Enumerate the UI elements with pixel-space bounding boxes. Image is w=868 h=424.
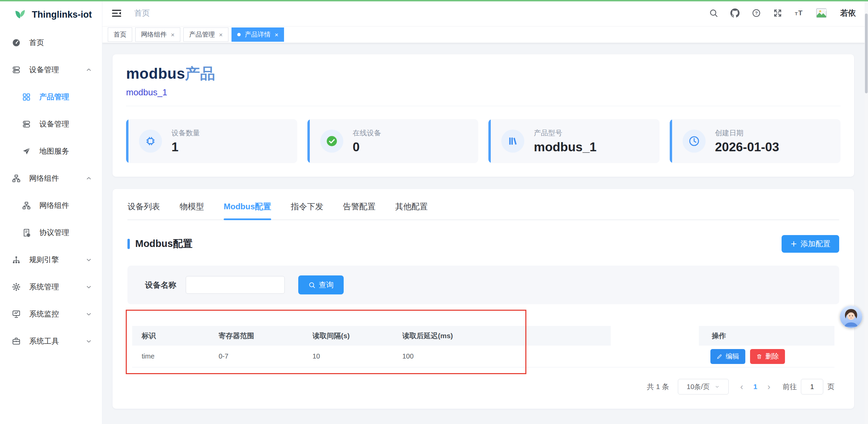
tab-device-list[interactable]: 设备列表 — [127, 201, 160, 219]
main-content: modbus产品 modbus_1 设备数量 1 在线设备 0 — [102, 43, 865, 424]
prev-page-button[interactable]: ‹ — [740, 382, 743, 391]
search-panel: 设备名称 查询 — [127, 266, 839, 304]
section-accent-bar — [127, 239, 130, 249]
device-name-label: 设备名称 — [145, 280, 176, 290]
help-icon[interactable]: ? — [752, 8, 761, 18]
tab-other-config[interactable]: 其他配置 — [395, 201, 428, 219]
col-header-id: 标识 — [132, 331, 209, 341]
page-scrollbar[interactable] — [865, 0, 868, 424]
add-config-button[interactable]: 添加配置 — [782, 235, 839, 253]
query-button[interactable]: 查询 — [298, 275, 344, 294]
goto-label: 前往 — [783, 382, 797, 391]
col-header-register-range: 寄存器范围 — [209, 331, 303, 341]
query-label: 查询 — [319, 280, 334, 290]
device-name-input[interactable] — [186, 276, 285, 294]
search-icon[interactable] — [709, 8, 718, 18]
app-logo[interactable]: Thinglinks-iot — [0, 0, 102, 29]
pencil-icon — [716, 353, 723, 360]
sidebar-item-network-component[interactable]: 网络组件 — [0, 192, 102, 219]
factory-icon — [501, 130, 524, 153]
sidebar-item-label: 地图服务 — [39, 146, 93, 156]
delete-button[interactable]: 删除 — [750, 349, 785, 364]
table-header-row: 标识 寄存器范围 读取间隔(s) 读取后延迟(ms) 操作 — [132, 326, 834, 346]
edit-button[interactable]: 编辑 — [710, 349, 745, 364]
seedling-logo-icon — [14, 8, 26, 21]
sidebar-item-label: 产品管理 — [39, 92, 93, 102]
active-dot — [237, 33, 241, 36]
svg-text:T: T — [795, 11, 798, 16]
sitemap-icon — [12, 174, 21, 183]
stat-created-date: 创建日期 2026-01-03 — [670, 119, 841, 163]
username[interactable]: 若依 — [840, 8, 856, 18]
table-row: time 0-7 10 100 编辑 删除 — [132, 346, 834, 367]
chevron-down-icon — [85, 310, 93, 318]
check-circle-icon — [320, 130, 343, 153]
sidebar-group-device-mgmt[interactable]: 设备管理 — [0, 56, 102, 83]
tag-product-mgmt[interactable]: 产品管理 × — [183, 27, 228, 42]
product-header-card: modbus产品 modbus_1 设备数量 1 在线设备 0 — [113, 54, 854, 177]
sidebar-item-label: 设备管理 — [39, 119, 93, 129]
sidebar-item-protocol-mgmt[interactable]: 协议管理 — [0, 219, 102, 246]
font-size-icon[interactable]: TT — [794, 8, 804, 18]
dashboard-icon — [12, 38, 21, 47]
tag-home[interactable]: 首页 — [108, 27, 132, 42]
scrollbar-thumb[interactable] — [865, 14, 868, 93]
product-code-link[interactable]: modbus_1 — [126, 87, 841, 106]
sidebar-item-map-service[interactable]: 地图服务 — [0, 138, 102, 165]
tab-alarm-config[interactable]: 告警配置 — [343, 201, 376, 219]
tab-thing-model[interactable]: 物模型 — [180, 201, 204, 219]
sidebar: Thinglinks-iot 首页 设备管理 产品管理 设备管理 地图服务 网络… — [0, 0, 102, 424]
sidebar-group-system-monitor[interactable]: 系统监控 — [0, 301, 102, 328]
sidebar-group-system-tools[interactable]: 系统工具 — [0, 328, 102, 355]
close-icon[interactable]: × — [275, 32, 278, 38]
sidebar-item-device-mgmt[interactable]: 设备管理 — [0, 111, 102, 138]
page-unit-label: 页 — [827, 382, 834, 391]
header: 首页 ? TT 若依 首页 网络组件 × 产品管理 × 产品详情 × — [102, 0, 868, 43]
tag-network-component[interactable]: 网络组件 × — [135, 27, 180, 42]
stat-value: modbus_1 — [534, 140, 597, 154]
servers-icon — [12, 65, 21, 75]
stat-label: 设备数量 — [171, 128, 200, 138]
menu-fold-icon[interactable] — [111, 8, 122, 19]
pagination-total: 共 1 条 — [647, 382, 669, 391]
chevron-down-icon — [85, 256, 93, 264]
next-page-button[interactable]: › — [767, 382, 770, 391]
sidebar-group-system-mgmt[interactable]: 系统管理 — [0, 273, 102, 301]
tab-modbus-config[interactable]: Modbus配置 — [224, 201, 271, 219]
sidebar-item-label: 设备管理 — [29, 65, 77, 75]
github-icon[interactable] — [730, 8, 740, 18]
cell-read-interval: 10 — [303, 352, 393, 360]
avatar-broken-image-icon[interactable] — [816, 8, 828, 19]
close-icon[interactable]: × — [219, 32, 223, 38]
section-title: Modbus配置 — [135, 237, 193, 251]
sidebar-group-rule-engine[interactable]: 规则引擎 — [0, 246, 102, 273]
stat-cards: 设备数量 1 在线设备 0 产品型号 modbus_1 — [126, 119, 841, 163]
page-size-select[interactable]: 10条/页 — [678, 379, 729, 394]
breadcrumb[interactable]: 首页 — [134, 8, 150, 18]
sidebar-item-product-mgmt[interactable]: 产品管理 — [0, 83, 102, 111]
tab-command-send[interactable]: 指令下发 — [291, 201, 323, 219]
chevron-down-icon — [85, 283, 93, 291]
assistant-avatar[interactable] — [840, 306, 862, 328]
topbar-actions: ? TT 若依 — [709, 8, 856, 19]
progress-line — [0, 0, 868, 1]
col-header-read-delay: 读取后延迟(ms) — [393, 331, 488, 341]
send-icon — [22, 147, 31, 156]
page-size-value: 10条/页 — [687, 382, 710, 391]
tag-product-detail[interactable]: 产品详情 × — [231, 27, 284, 42]
goto-page-input[interactable] — [801, 379, 823, 394]
sidebar-item-home[interactable]: 首页 — [0, 29, 102, 56]
header-gap — [611, 326, 699, 346]
close-icon[interactable]: × — [171, 32, 175, 38]
sidebar-item-label: 系统工具 — [29, 336, 77, 346]
detail-tabs: 设备列表 物模型 Modbus配置 指令下发 告警配置 其他配置 — [127, 189, 839, 220]
sidebar-group-network[interactable]: 网络组件 — [0, 165, 102, 192]
sidebar-item-label: 系统管理 — [29, 282, 77, 292]
fullscreen-icon[interactable] — [773, 8, 782, 18]
config-table: 标识 寄存器范围 读取间隔(s) 读取后延迟(ms) 操作 time 0-7 1… — [132, 326, 834, 367]
protocol-doc-icon — [22, 228, 31, 237]
stat-label: 产品型号 — [534, 128, 597, 138]
current-page[interactable]: 1 — [753, 383, 758, 391]
product-name-en: modbus — [126, 65, 185, 82]
monitor-icon — [12, 309, 21, 319]
